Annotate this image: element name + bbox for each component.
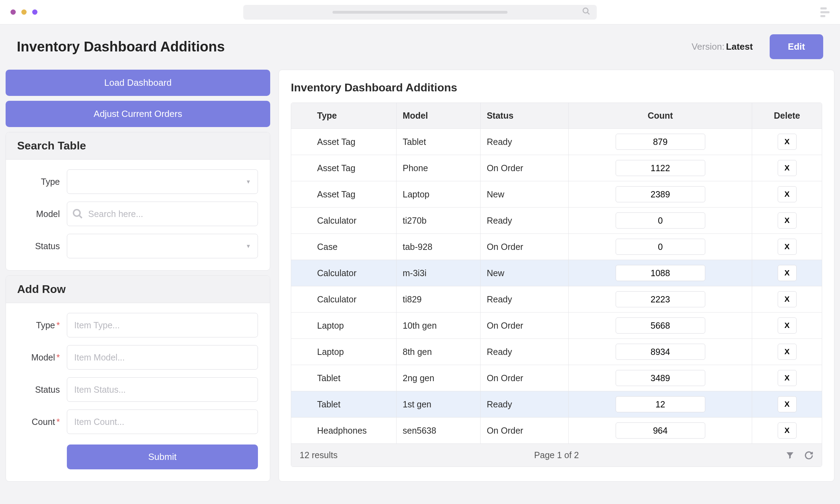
cell-model: tab-928 bbox=[396, 234, 480, 260]
table-row: Tablet2ng genOn OrderX bbox=[291, 365, 822, 391]
delete-button[interactable]: X bbox=[778, 134, 797, 150]
delete-button[interactable]: X bbox=[778, 396, 797, 412]
search-model-wrap bbox=[67, 202, 258, 226]
window-chrome bbox=[0, 0, 840, 24]
col-model[interactable]: Model bbox=[396, 103, 480, 129]
main-content: Inventory Dashboard Additions Type Model… bbox=[279, 70, 834, 482]
cell-type: Laptop bbox=[291, 313, 396, 339]
col-count[interactable]: Count bbox=[569, 103, 752, 129]
cell-type: Asset Tag bbox=[291, 155, 396, 181]
col-type[interactable]: Type bbox=[291, 103, 396, 129]
cell-delete: X bbox=[752, 129, 822, 155]
cell-type: Tablet bbox=[291, 365, 396, 391]
submit-button[interactable]: Submit bbox=[67, 444, 258, 469]
cell-model: Phone bbox=[396, 155, 480, 181]
cell-count bbox=[569, 313, 752, 339]
close-window-icon[interactable] bbox=[10, 9, 16, 15]
cell-count bbox=[569, 418, 752, 444]
count-input[interactable] bbox=[616, 134, 705, 150]
filter-icon[interactable] bbox=[785, 451, 794, 460]
count-input[interactable] bbox=[616, 212, 705, 229]
count-input[interactable] bbox=[616, 186, 705, 202]
count-input[interactable] bbox=[616, 317, 705, 334]
cell-type: Asset Tag bbox=[291, 129, 396, 155]
search-table-panel: Search Table Type ▾ Model Status bbox=[6, 132, 270, 271]
adjust-orders-button[interactable]: Adjust Current Orders bbox=[6, 101, 270, 127]
page-indicator: Page 1 of 2 bbox=[534, 450, 579, 460]
cell-type: Case bbox=[291, 234, 396, 260]
delete-button[interactable]: X bbox=[778, 186, 797, 202]
count-input[interactable] bbox=[616, 370, 705, 386]
count-input[interactable] bbox=[616, 291, 705, 307]
cell-delete: X bbox=[752, 418, 822, 444]
delete-button[interactable]: X bbox=[778, 265, 797, 281]
cell-type: Asset Tag bbox=[291, 181, 396, 208]
cell-type: Tablet bbox=[291, 391, 396, 418]
load-dashboard-button[interactable]: Load Dashboard bbox=[6, 70, 270, 96]
cell-count bbox=[569, 339, 752, 365]
count-input[interactable] bbox=[616, 344, 705, 360]
cell-count bbox=[569, 391, 752, 418]
addrow-count-label: Count* bbox=[18, 417, 60, 427]
menu-icon[interactable] bbox=[820, 7, 830, 17]
cell-status: On Order bbox=[480, 313, 568, 339]
search-type-select[interactable]: ▾ bbox=[67, 169, 258, 194]
cell-model: 10th gen bbox=[396, 313, 480, 339]
cell-count bbox=[569, 181, 752, 208]
inventory-table-wrap: Type Model Status Count Delete Asset Tag… bbox=[291, 103, 822, 467]
cell-model: 2ng gen bbox=[396, 365, 480, 391]
count-input[interactable] bbox=[616, 396, 705, 412]
search-icon bbox=[582, 7, 590, 18]
cell-status: New bbox=[480, 181, 568, 208]
addrow-count-input[interactable] bbox=[67, 410, 258, 434]
delete-button[interactable]: X bbox=[778, 160, 797, 176]
cell-delete: X bbox=[752, 181, 822, 208]
search-status-select[interactable]: ▾ bbox=[67, 234, 258, 258]
cell-count bbox=[569, 286, 752, 313]
col-delete: Delete bbox=[752, 103, 822, 129]
count-input[interactable] bbox=[616, 422, 705, 439]
search-panel-title: Search Table bbox=[6, 132, 270, 160]
col-status[interactable]: Status bbox=[480, 103, 568, 129]
cell-model: Tablet bbox=[396, 129, 480, 155]
table-row: Calculatorti829ReadyX bbox=[291, 286, 822, 313]
version-label: Version: bbox=[692, 41, 724, 52]
maximize-window-icon[interactable] bbox=[32, 9, 37, 15]
delete-button[interactable]: X bbox=[778, 370, 797, 386]
cell-count bbox=[569, 234, 752, 260]
addrow-model-input[interactable] bbox=[67, 345, 258, 370]
chrome-search-bar[interactable] bbox=[243, 5, 597, 20]
cell-model: sen5638 bbox=[396, 418, 480, 444]
table-row: Asset TagTabletReadyX bbox=[291, 129, 822, 155]
cell-model: ti829 bbox=[396, 286, 480, 313]
cell-type: Calculator bbox=[291, 260, 396, 286]
addrow-type-label: Type* bbox=[18, 320, 60, 330]
delete-button[interactable]: X bbox=[778, 317, 797, 334]
cell-count bbox=[569, 260, 752, 286]
minimize-window-icon[interactable] bbox=[21, 9, 27, 15]
inventory-table: Type Model Status Count Delete Asset Tag… bbox=[291, 103, 822, 444]
edit-button[interactable]: Edit bbox=[770, 34, 823, 59]
count-input[interactable] bbox=[616, 239, 705, 255]
count-input[interactable] bbox=[616, 160, 705, 176]
count-input[interactable] bbox=[616, 265, 705, 281]
refresh-icon[interactable] bbox=[804, 451, 813, 460]
delete-button[interactable]: X bbox=[778, 212, 797, 229]
add-row-panel: Add Row Type* Model* Status Count* bbox=[6, 275, 270, 482]
cell-type: Headphones bbox=[291, 418, 396, 444]
sidebar: Load Dashboard Adjust Current Orders Sea… bbox=[6, 70, 270, 482]
delete-button[interactable]: X bbox=[778, 239, 797, 255]
delete-button[interactable]: X bbox=[778, 291, 797, 307]
table-row: Tablet1st genReadyX bbox=[291, 391, 822, 418]
cell-delete: X bbox=[752, 365, 822, 391]
addrow-type-input[interactable] bbox=[67, 313, 258, 337]
delete-button[interactable]: X bbox=[778, 422, 797, 439]
search-model-input[interactable] bbox=[88, 209, 253, 219]
table-footer: 12 results Page 1 of 2 bbox=[291, 444, 822, 467]
table-row: Calculatorm-3i3iNewX bbox=[291, 260, 822, 286]
addrow-status-input[interactable] bbox=[67, 377, 258, 402]
cell-type: Laptop bbox=[291, 339, 396, 365]
table-row: Casetab-928On OrderX bbox=[291, 234, 822, 260]
delete-button[interactable]: X bbox=[778, 344, 797, 360]
cell-type: Calculator bbox=[291, 208, 396, 234]
